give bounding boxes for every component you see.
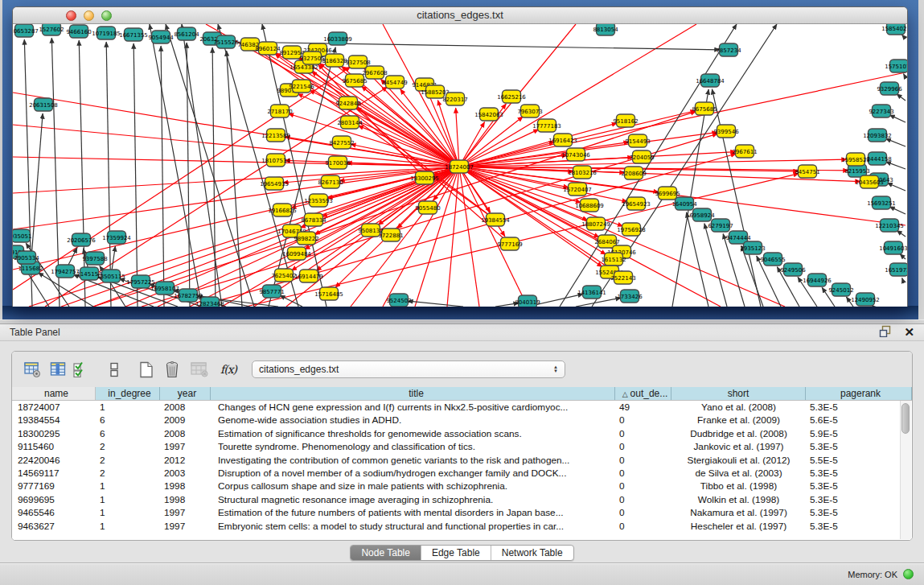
minimize-window-icon[interactable] — [84, 10, 94, 21]
graph-node[interactable]: 12353593 — [304, 194, 333, 207]
table-row[interactable]: 977716911998Corpus callosum shape and si… — [12, 480, 912, 492]
graph-node[interactable]: 7515526 — [213, 35, 239, 48]
close-window-icon[interactable] — [66, 10, 76, 21]
graph-node[interactable]: 2522143 — [610, 271, 635, 284]
graph-node[interactable]: 9227343 — [869, 105, 893, 117]
graph-node[interactable]: 2967611 — [732, 145, 757, 158]
col-header-year[interactable]: year — [160, 387, 211, 400]
graph-node[interactable]: 9221546 — [289, 80, 314, 93]
graph-node[interactable]: 1733426 — [617, 290, 643, 303]
tab-edge-table[interactable]: Edge Table — [421, 546, 491, 560]
table-row[interactable]: 946362711997Embryonic stem cells: a mode… — [12, 520, 912, 533]
scrollbar-thumb[interactable] — [901, 403, 910, 434]
tab-node-table[interactable]: Node Table — [351, 546, 421, 560]
graph-node[interactable]: 8813054 — [593, 24, 618, 35]
graph-node[interactable]: 19654923 — [622, 197, 651, 210]
graph-node[interactable]: 9518162 — [613, 114, 638, 127]
table-row[interactable]: 2242004622012Investigating the contribut… — [12, 454, 912, 467]
graph-node[interactable]: 8186328 — [322, 54, 347, 67]
float-window-icon[interactable] — [879, 325, 891, 340]
graph-node[interactable]: 9046555 — [760, 253, 785, 266]
table-selector-dropdown[interactable]: citations_edges.txt ▲▼ — [252, 360, 565, 378]
graph-node[interactable]: 9170036 — [325, 156, 351, 169]
graph-node[interactable]: 9242848 — [335, 97, 360, 109]
graph-node[interactable]: 6279197 — [708, 219, 733, 232]
function-builder-icon[interactable]: f(x) — [218, 359, 239, 380]
graph-node[interactable]: 9777169 — [497, 237, 522, 250]
col-header-pagerank[interactable]: pagerank — [806, 387, 912, 400]
graph-node[interactable]: 10653287 — [13, 24, 39, 37]
table-row[interactable]: 946554611997Estimation of the future num… — [12, 506, 912, 519]
graph-node[interactable]: 19756928 — [617, 223, 646, 236]
graph-node[interactable]: 16519732 — [885, 263, 907, 276]
graph-node[interactable]: 1615132 — [601, 253, 626, 266]
graph-node[interactable]: 8675685 — [692, 102, 717, 115]
graph-node[interactable]: 2208609 — [621, 167, 646, 179]
graph-node[interactable]: 9675685 — [342, 74, 367, 87]
graph-node[interactable]: 9054944 — [148, 31, 174, 43]
graph-node[interactable]: 7857234 — [716, 43, 741, 56]
table-row[interactable]: 911546021997Tourette syndrome. Phenomeno… — [12, 440, 912, 453]
graph-node[interactable]: 9397588 — [82, 252, 107, 265]
graph-node[interactable]: 16099484 — [282, 247, 311, 260]
graph-node[interactable]: 9508132 — [358, 224, 383, 237]
table-row[interactable]: 1938455462009Genome-wide association stu… — [12, 414, 912, 426]
graph-node[interactable]: 7963073 — [517, 105, 542, 117]
graph-node[interactable]: 9524502 — [386, 294, 411, 307]
graph-node[interactable]: 9857771 — [259, 285, 284, 298]
graph-node[interactable]: 8678334 — [301, 213, 326, 226]
graph-node[interactable]: 15958529 — [841, 153, 870, 166]
col-header-in-degree[interactable]: in_degree — [96, 387, 160, 400]
col-header-title[interactable]: title — [211, 387, 615, 400]
graph-node[interactable]: 8427552 — [329, 136, 354, 149]
graph-node[interactable]: 17359924 — [102, 231, 131, 244]
col-header-name[interactable]: name — [12, 387, 96, 400]
graph-node[interactable]: 14136141 — [577, 286, 606, 299]
new-document-icon[interactable] — [136, 359, 157, 380]
graph-node[interactable]: 10719185 — [92, 27, 121, 39]
graph-node[interactable]: 2905334 — [14, 251, 39, 264]
col-header-short[interactable]: short — [671, 387, 806, 400]
select-all-columns-icon[interactable] — [70, 359, 91, 380]
table-scrollbar[interactable] — [900, 401, 911, 539]
graph-node[interactable]: 20206576 — [67, 233, 96, 246]
graph-node[interactable]: 7204059 — [629, 150, 654, 163]
graph-node[interactable]: 12210345 — [875, 219, 904, 232]
graph-node[interactable]: 16625216 — [497, 90, 526, 103]
graph-node[interactable]: 15842063 — [474, 108, 503, 121]
table-row[interactable]: 969969511998Structural magnetic resonanc… — [12, 493, 912, 506]
graph-node[interactable]: 2718170 — [267, 105, 292, 117]
graph-node[interactable]: 15751074 — [885, 60, 907, 72]
graph-node[interactable]: 9699695 — [655, 187, 680, 200]
graph-node[interactable]: 16648784 — [696, 74, 725, 87]
graph-node[interactable]: 8267130 — [318, 175, 343, 188]
graph-node[interactable]: 2803144 — [337, 116, 363, 129]
graph-node[interactable]: 8960124 — [255, 42, 281, 55]
graph-node[interactable]: 935051 — [13, 229, 31, 242]
col-header-out-degree[interactable]: △out_de... — [615, 387, 671, 400]
graph-node[interactable]: 8561204 — [174, 27, 199, 40]
graph-node[interactable]: 9399546 — [713, 125, 739, 138]
graph-node[interactable]: 10491603 — [879, 241, 907, 254]
graph-node[interactable]: 9245012 — [828, 283, 853, 296]
graph-node[interactable]: 6958924 — [689, 208, 715, 221]
graph-node[interactable]: 1527602 — [39, 24, 64, 35]
graph-node[interactable]: 9898222 — [294, 232, 318, 245]
graph-node[interactable]: 2935123 — [740, 241, 765, 254]
graph-node[interactable]: 8040319 — [515, 295, 540, 307]
table-row[interactable]: 1456911722003Disruption of a novel membe… — [12, 467, 912, 480]
delete-table-icon[interactable] — [162, 359, 183, 380]
graph-node[interactable]: 9466160 — [66, 25, 91, 38]
network-window-titlebar[interactable]: citations_edges.txt — [13, 7, 907, 24]
graph-node[interactable]: 8220317 — [442, 93, 467, 105]
table-row[interactable]: 1872400712008Changes of HCN gene express… — [12, 401, 912, 414]
show-columns-icon[interactable] — [47, 359, 68, 380]
graph-node[interactable]: 9249506 — [780, 263, 806, 276]
graph-node[interactable]: 9055480 — [415, 201, 440, 214]
zoom-window-icon[interactable] — [101, 10, 112, 21]
tab-network-table[interactable]: Network Table — [491, 546, 573, 560]
graph-node[interactable]: 7625402 — [271, 269, 296, 282]
graph-node[interactable]: 9327505 — [299, 51, 324, 64]
table-row[interactable]: 1830029562008Estimation of significance … — [12, 427, 912, 440]
graph-node[interactable]: 10688609 — [575, 199, 604, 212]
